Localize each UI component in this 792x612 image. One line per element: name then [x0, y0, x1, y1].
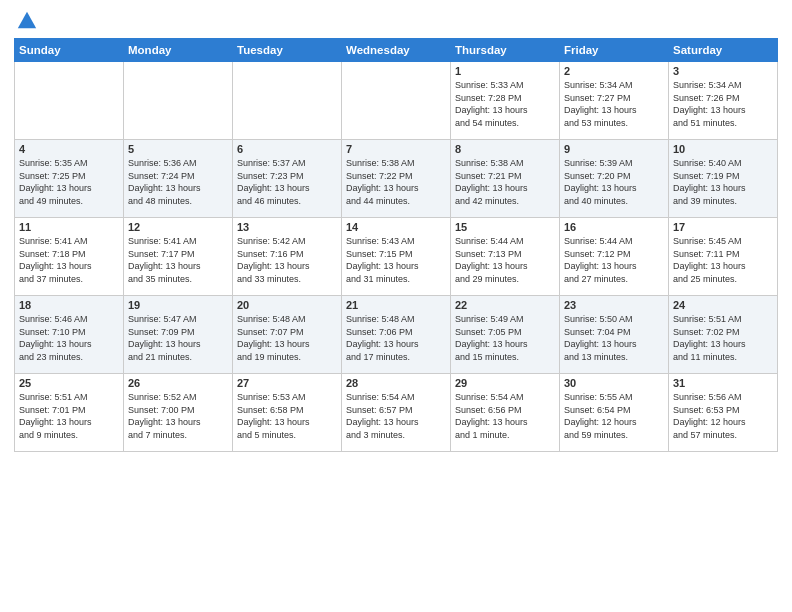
day-number: 28	[346, 377, 446, 389]
day-number: 26	[128, 377, 228, 389]
day-info: Sunrise: 5:53 AM Sunset: 6:58 PM Dayligh…	[237, 391, 337, 441]
weekday-header: Saturday	[669, 39, 778, 62]
day-number: 22	[455, 299, 555, 311]
day-info: Sunrise: 5:39 AM Sunset: 7:20 PM Dayligh…	[564, 157, 664, 207]
day-info: Sunrise: 5:43 AM Sunset: 7:15 PM Dayligh…	[346, 235, 446, 285]
calendar-week-row: 1Sunrise: 5:33 AM Sunset: 7:28 PM Daylig…	[15, 62, 778, 140]
day-info: Sunrise: 5:52 AM Sunset: 7:00 PM Dayligh…	[128, 391, 228, 441]
day-number: 31	[673, 377, 773, 389]
day-number: 12	[128, 221, 228, 233]
day-number: 14	[346, 221, 446, 233]
logo-icon	[16, 10, 38, 32]
day-info: Sunrise: 5:55 AM Sunset: 6:54 PM Dayligh…	[564, 391, 664, 441]
weekday-header: Monday	[124, 39, 233, 62]
calendar-cell: 18Sunrise: 5:46 AM Sunset: 7:10 PM Dayli…	[15, 296, 124, 374]
calendar-cell: 10Sunrise: 5:40 AM Sunset: 7:19 PM Dayli…	[669, 140, 778, 218]
calendar-cell: 7Sunrise: 5:38 AM Sunset: 7:22 PM Daylig…	[342, 140, 451, 218]
day-number: 18	[19, 299, 119, 311]
weekday-header: Wednesday	[342, 39, 451, 62]
calendar-cell: 19Sunrise: 5:47 AM Sunset: 7:09 PM Dayli…	[124, 296, 233, 374]
weekday-header: Sunday	[15, 39, 124, 62]
day-info: Sunrise: 5:35 AM Sunset: 7:25 PM Dayligh…	[19, 157, 119, 207]
calendar-cell: 28Sunrise: 5:54 AM Sunset: 6:57 PM Dayli…	[342, 374, 451, 452]
calendar-cell: 17Sunrise: 5:45 AM Sunset: 7:11 PM Dayli…	[669, 218, 778, 296]
day-info: Sunrise: 5:38 AM Sunset: 7:21 PM Dayligh…	[455, 157, 555, 207]
calendar-cell: 25Sunrise: 5:51 AM Sunset: 7:01 PM Dayli…	[15, 374, 124, 452]
weekday-header-row: SundayMondayTuesdayWednesdayThursdayFrid…	[15, 39, 778, 62]
day-number: 25	[19, 377, 119, 389]
day-info: Sunrise: 5:54 AM Sunset: 6:57 PM Dayligh…	[346, 391, 446, 441]
header	[14, 10, 778, 32]
calendar-cell: 15Sunrise: 5:44 AM Sunset: 7:13 PM Dayli…	[451, 218, 560, 296]
calendar-cell: 22Sunrise: 5:49 AM Sunset: 7:05 PM Dayli…	[451, 296, 560, 374]
day-number: 3	[673, 65, 773, 77]
day-number: 8	[455, 143, 555, 155]
day-info: Sunrise: 5:44 AM Sunset: 7:13 PM Dayligh…	[455, 235, 555, 285]
calendar-cell: 8Sunrise: 5:38 AM Sunset: 7:21 PM Daylig…	[451, 140, 560, 218]
day-info: Sunrise: 5:41 AM Sunset: 7:17 PM Dayligh…	[128, 235, 228, 285]
calendar-cell: 4Sunrise: 5:35 AM Sunset: 7:25 PM Daylig…	[15, 140, 124, 218]
day-info: Sunrise: 5:51 AM Sunset: 7:02 PM Dayligh…	[673, 313, 773, 363]
calendar-cell: 16Sunrise: 5:44 AM Sunset: 7:12 PM Dayli…	[560, 218, 669, 296]
day-info: Sunrise: 5:54 AM Sunset: 6:56 PM Dayligh…	[455, 391, 555, 441]
calendar-cell: 3Sunrise: 5:34 AM Sunset: 7:26 PM Daylig…	[669, 62, 778, 140]
day-info: Sunrise: 5:50 AM Sunset: 7:04 PM Dayligh…	[564, 313, 664, 363]
day-info: Sunrise: 5:48 AM Sunset: 7:06 PM Dayligh…	[346, 313, 446, 363]
day-info: Sunrise: 5:38 AM Sunset: 7:22 PM Dayligh…	[346, 157, 446, 207]
day-info: Sunrise: 5:34 AM Sunset: 7:26 PM Dayligh…	[673, 79, 773, 129]
day-info: Sunrise: 5:48 AM Sunset: 7:07 PM Dayligh…	[237, 313, 337, 363]
day-number: 10	[673, 143, 773, 155]
day-number: 30	[564, 377, 664, 389]
calendar-cell: 27Sunrise: 5:53 AM Sunset: 6:58 PM Dayli…	[233, 374, 342, 452]
calendar-cell: 21Sunrise: 5:48 AM Sunset: 7:06 PM Dayli…	[342, 296, 451, 374]
day-number: 23	[564, 299, 664, 311]
calendar-cell: 11Sunrise: 5:41 AM Sunset: 7:18 PM Dayli…	[15, 218, 124, 296]
day-info: Sunrise: 5:47 AM Sunset: 7:09 PM Dayligh…	[128, 313, 228, 363]
day-number: 29	[455, 377, 555, 389]
calendar-cell: 13Sunrise: 5:42 AM Sunset: 7:16 PM Dayli…	[233, 218, 342, 296]
weekday-header: Tuesday	[233, 39, 342, 62]
day-number: 2	[564, 65, 664, 77]
calendar-week-row: 11Sunrise: 5:41 AM Sunset: 7:18 PM Dayli…	[15, 218, 778, 296]
calendar-cell: 2Sunrise: 5:34 AM Sunset: 7:27 PM Daylig…	[560, 62, 669, 140]
calendar-cell: 29Sunrise: 5:54 AM Sunset: 6:56 PM Dayli…	[451, 374, 560, 452]
day-number: 9	[564, 143, 664, 155]
calendar-week-row: 18Sunrise: 5:46 AM Sunset: 7:10 PM Dayli…	[15, 296, 778, 374]
calendar-cell: 23Sunrise: 5:50 AM Sunset: 7:04 PM Dayli…	[560, 296, 669, 374]
day-info: Sunrise: 5:42 AM Sunset: 7:16 PM Dayligh…	[237, 235, 337, 285]
day-number: 16	[564, 221, 664, 233]
day-info: Sunrise: 5:44 AM Sunset: 7:12 PM Dayligh…	[564, 235, 664, 285]
weekday-header: Friday	[560, 39, 669, 62]
day-info: Sunrise: 5:37 AM Sunset: 7:23 PM Dayligh…	[237, 157, 337, 207]
calendar-cell: 1Sunrise: 5:33 AM Sunset: 7:28 PM Daylig…	[451, 62, 560, 140]
day-number: 11	[19, 221, 119, 233]
calendar-table: SundayMondayTuesdayWednesdayThursdayFrid…	[14, 38, 778, 452]
calendar-week-row: 4Sunrise: 5:35 AM Sunset: 7:25 PM Daylig…	[15, 140, 778, 218]
day-number: 24	[673, 299, 773, 311]
day-number: 20	[237, 299, 337, 311]
svg-marker-0	[18, 12, 36, 29]
calendar-cell	[342, 62, 451, 140]
day-info: Sunrise: 5:56 AM Sunset: 6:53 PM Dayligh…	[673, 391, 773, 441]
day-info: Sunrise: 5:34 AM Sunset: 7:27 PM Dayligh…	[564, 79, 664, 129]
calendar-cell	[233, 62, 342, 140]
day-number: 17	[673, 221, 773, 233]
day-info: Sunrise: 5:45 AM Sunset: 7:11 PM Dayligh…	[673, 235, 773, 285]
calendar-cell	[124, 62, 233, 140]
day-info: Sunrise: 5:33 AM Sunset: 7:28 PM Dayligh…	[455, 79, 555, 129]
calendar-cell: 6Sunrise: 5:37 AM Sunset: 7:23 PM Daylig…	[233, 140, 342, 218]
logo	[14, 10, 38, 32]
calendar-cell: 26Sunrise: 5:52 AM Sunset: 7:00 PM Dayli…	[124, 374, 233, 452]
page-container: SundayMondayTuesdayWednesdayThursdayFrid…	[0, 0, 792, 460]
calendar-cell: 14Sunrise: 5:43 AM Sunset: 7:15 PM Dayli…	[342, 218, 451, 296]
day-number: 6	[237, 143, 337, 155]
day-info: Sunrise: 5:51 AM Sunset: 7:01 PM Dayligh…	[19, 391, 119, 441]
day-info: Sunrise: 5:36 AM Sunset: 7:24 PM Dayligh…	[128, 157, 228, 207]
calendar-week-row: 25Sunrise: 5:51 AM Sunset: 7:01 PM Dayli…	[15, 374, 778, 452]
day-number: 1	[455, 65, 555, 77]
day-number: 19	[128, 299, 228, 311]
calendar-cell: 31Sunrise: 5:56 AM Sunset: 6:53 PM Dayli…	[669, 374, 778, 452]
day-number: 15	[455, 221, 555, 233]
calendar-cell: 5Sunrise: 5:36 AM Sunset: 7:24 PM Daylig…	[124, 140, 233, 218]
day-number: 21	[346, 299, 446, 311]
